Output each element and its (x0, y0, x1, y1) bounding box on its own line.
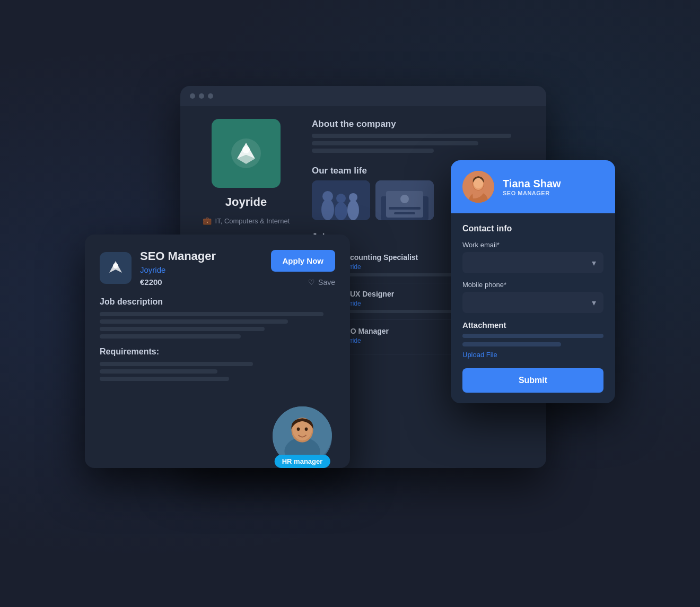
contact-name-area: Tiana Shaw SEO MANAGER (503, 178, 561, 196)
svg-point-29 (305, 427, 308, 431)
job-salary-front: €2200 (140, 278, 262, 287)
job-company-front: Joyride (140, 265, 262, 274)
work-email-label: Work email* (462, 241, 603, 249)
upload-link[interactable]: Upload File (462, 351, 603, 359)
contact-form-card: Tiana Shaw SEO MANAGER Contact info Work… (451, 160, 615, 403)
company-category: 💼 IT, Computers & Internet (203, 216, 290, 225)
contact-avatar (462, 171, 494, 203)
svg-point-6 (336, 194, 346, 203)
svg-point-1 (242, 146, 250, 153)
desc-line-4 (100, 334, 241, 339)
contact-body: Contact info Work email* ▾ Mobile phone*… (451, 213, 615, 403)
about-section: About the company (312, 119, 533, 156)
job-title-main: SEO Manager (140, 249, 262, 263)
dot-1 (190, 93, 195, 99)
hr-manager-bubble: HR manager (270, 404, 334, 468)
job-title-area: SEO Manager Joyride €2200 (140, 249, 262, 287)
work-email-wrapper[interactable]: ▾ (462, 252, 603, 273)
contact-info-title: Contact info (462, 224, 603, 233)
svg-point-12 (400, 195, 409, 203)
svg-point-3 (321, 199, 334, 220)
apply-button[interactable]: Apply Now (271, 250, 336, 272)
save-label: Save (318, 278, 335, 287)
submit-button[interactable]: Submit (462, 368, 603, 393)
about-line-1 (312, 134, 511, 138)
briefcase-icon: 💼 (203, 216, 212, 225)
svg-point-4 (322, 191, 333, 202)
svg-point-8 (349, 193, 357, 202)
work-email-select[interactable] (462, 252, 603, 273)
about-line-2 (312, 141, 478, 145)
req-line-3 (100, 377, 229, 381)
company-logo (212, 119, 281, 188)
svg-rect-14 (394, 212, 415, 214)
attachment-section: Attachment Upload File (462, 320, 603, 359)
team-photo-1 (312, 180, 370, 220)
titlebar (180, 86, 546, 106)
contact-role: SEO MANAGER (503, 190, 561, 196)
contact-header: Tiana Shaw SEO MANAGER (451, 160, 615, 213)
description-section: Job description (100, 297, 335, 339)
mobile-phone-select[interactable] (462, 292, 603, 313)
mobile-phone-wrapper[interactable]: ▾ (462, 292, 603, 313)
dot-2 (199, 93, 204, 99)
attachment-bar-partial (462, 342, 561, 346)
svg-point-18 (113, 263, 118, 268)
desc-line-1 (100, 312, 323, 316)
svg-point-28 (297, 427, 300, 431)
about-title: About the company (312, 119, 533, 129)
desc-line-2 (100, 319, 288, 324)
requirements-section: Requirements: (100, 347, 335, 381)
dot-3 (208, 93, 213, 99)
desc-line-3 (100, 327, 265, 331)
job-logo-front (100, 252, 132, 284)
mobile-phone-label: Mobile phone* (462, 281, 603, 289)
attachment-title: Attachment (462, 320, 603, 329)
attachment-bar-full (462, 334, 603, 338)
req-line-1 (100, 362, 253, 366)
svg-rect-13 (389, 207, 421, 210)
description-title: Job description (100, 297, 335, 307)
company-name: Joyride (225, 195, 267, 209)
requirements-title: Requirements: (100, 347, 335, 357)
heart-icon: ♡ (308, 278, 315, 287)
svg-point-7 (347, 200, 359, 220)
save-row[interactable]: ♡ Save (308, 278, 335, 287)
req-line-2 (100, 369, 217, 374)
team-photo-2 (375, 180, 434, 220)
svg-point-5 (335, 202, 347, 220)
about-line-3 (312, 149, 434, 153)
contact-name: Tiana Shaw (503, 178, 561, 190)
job-header: SEO Manager Joyride €2200 Apply Now ♡ Sa… (100, 249, 335, 287)
hr-label: HR manager (275, 455, 330, 468)
